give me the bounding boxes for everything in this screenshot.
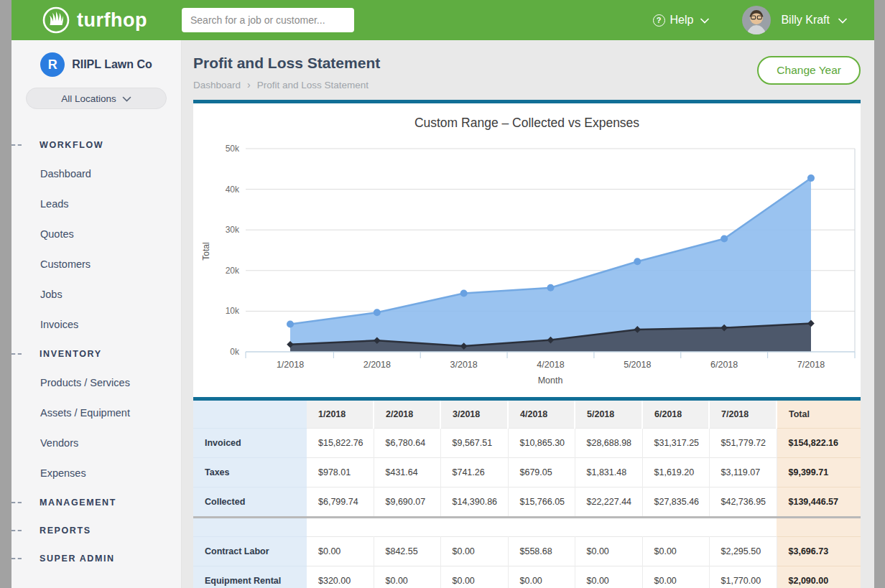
user-name: Billy Kraft <box>781 14 830 27</box>
value-cell: $431.64 <box>374 458 440 487</box>
chart-panel: Custom Range – Collected vs Expenses 0k1… <box>193 100 861 397</box>
value-cell <box>440 518 508 537</box>
data-point[interactable] <box>720 235 728 243</box>
x-tick-label: 4/2018 <box>537 360 564 370</box>
data-point[interactable] <box>807 174 815 182</box>
collected-area <box>290 178 811 352</box>
column-header: 7/2018 <box>709 401 777 429</box>
value-cell: $2,295.50 <box>709 537 777 566</box>
value-cell: $0.00 <box>575 566 642 588</box>
value-cell: $15,822.76 <box>307 429 374 458</box>
value-cell: $0.00 <box>374 566 440 588</box>
value-cell <box>709 518 777 537</box>
breadcrumb-dashboard[interactable]: Dashboard <box>193 80 241 90</box>
column-header: 6/2018 <box>642 401 709 429</box>
y-tick-label: 10k <box>226 306 240 316</box>
window-edge-right <box>874 0 885 588</box>
x-tick-label: 2/2018 <box>363 360 391 370</box>
user-menu[interactable]: Billy Kraft <box>742 6 874 34</box>
column-header: 2/2018 <box>374 401 440 429</box>
sidebar-section-reports[interactable]: REPORTS <box>11 516 181 544</box>
table-row: Invoiced$15,822.76$6,780.64$9,567.51$10,… <box>193 429 861 458</box>
value-cell: $558.68 <box>508 537 575 566</box>
value-cell <box>374 518 440 537</box>
value-cell: $741.26 <box>440 458 508 487</box>
sidebar-section-super-admin[interactable]: SUPER ADMIN <box>11 544 181 572</box>
main-content: Profit and Loss Statement Dashboard › Pr… <box>182 40 874 588</box>
data-point[interactable] <box>287 321 294 328</box>
app-body: R RIIPL Lawn Co All Locations WORKFLOWDa… <box>11 40 874 588</box>
page-title-block: Profit and Loss Statement Dashboard › Pr… <box>193 55 380 90</box>
row-label: Invoiced <box>193 429 307 458</box>
data-point[interactable] <box>634 258 641 265</box>
y-tick-label: 20k <box>226 266 240 276</box>
total-cell: $154,822.16 <box>777 429 861 458</box>
org-selector[interactable]: R RIIPL Lawn Co <box>11 52 181 77</box>
column-header: 4/2018 <box>508 401 575 429</box>
section-label: SUPER ADMIN <box>40 554 115 564</box>
section-dash-icon <box>11 144 22 146</box>
sidebar-nav: WORKFLOWDashboardLeadsQuotesCustomersJob… <box>11 131 181 572</box>
location-filter-label: All Locations <box>61 93 116 104</box>
chart-title: Custom Range – Collected vs Expenses <box>193 103 861 136</box>
sidebar-item-invoices[interactable]: Invoices <box>11 309 181 340</box>
sidebar-section-workflow[interactable]: WORKFLOW <box>11 131 181 159</box>
sidebar-item-vendors[interactable]: Vendors <box>11 428 181 458</box>
value-cell: $15,766.05 <box>508 487 575 518</box>
section-label: WORKFLOW <box>40 140 103 150</box>
section-label: REPORTS <box>40 526 91 536</box>
value-cell: $0.00 <box>508 566 575 588</box>
column-header: 5/2018 <box>575 401 642 429</box>
table-panel: 1/20182/20183/20184/20185/20186/20187/20… <box>193 397 861 588</box>
location-filter-dropdown[interactable]: All Locations <box>26 88 167 109</box>
sidebar-item-leads[interactable]: Leads <box>11 189 181 219</box>
total-cell: $3,696.73 <box>777 537 861 566</box>
data-point[interactable] <box>547 284 554 291</box>
data-point[interactable] <box>460 290 468 297</box>
row-label: Taxes <box>193 458 307 487</box>
total-cell: $9,399.71 <box>777 458 861 487</box>
change-year-button[interactable]: Change Year <box>757 56 861 85</box>
total-cell <box>777 518 861 537</box>
chevron-down-icon <box>838 14 847 27</box>
sidebar-section-management[interactable]: MANAGEMENT <box>11 488 181 516</box>
sidebar-item-customers[interactable]: Customers <box>11 249 181 279</box>
value-cell: $1,619.20 <box>642 458 709 487</box>
x-axis-title: Month <box>538 375 563 386</box>
value-cell: $9,567.51 <box>440 429 508 458</box>
sidebar-section-inventory[interactable]: INVENTORY <box>11 340 181 368</box>
table-row: Contract Labor$0.00$842.55$0.00$558.68$0… <box>193 537 861 566</box>
sidebar-item-expenses[interactable]: Expenses <box>11 458 181 488</box>
help-icon: ? <box>653 14 665 27</box>
value-cell: $3,119.07 <box>709 458 777 487</box>
window-edge-left <box>0 0 11 588</box>
section-dash-icon <box>11 530 22 531</box>
sidebar-item-jobs[interactable]: Jobs <box>11 279 181 309</box>
value-cell: $14,390.86 <box>440 487 508 518</box>
data-point[interactable] <box>374 309 381 316</box>
value-cell: $27,835.46 <box>642 487 709 518</box>
brand[interactable]: turfhop <box>11 6 182 34</box>
sidebar: R RIIPL Lawn Co All Locations WORKFLOWDa… <box>11 40 182 588</box>
y-tick-label: 30k <box>226 225 240 235</box>
section-dash-icon <box>11 353 22 355</box>
page-title: Profit and Loss Statement <box>193 55 380 72</box>
avatar <box>742 6 771 34</box>
value-cell: $0.00 <box>642 566 709 588</box>
sidebar-item-assets-equipment[interactable]: Assets / Equipment <box>11 398 181 428</box>
table-row: Equipment Rental$320.00$0.00$0.00$0.00$0… <box>193 566 861 588</box>
window-frame: turfhop ? Help <box>0 0 885 588</box>
sidebar-item-dashboard[interactable]: Dashboard <box>11 159 181 189</box>
value-cell: $679.05 <box>508 458 575 487</box>
row-label: Contract Labor <box>193 537 307 566</box>
sidebar-item-products-services[interactable]: Products / Services <box>11 368 181 398</box>
table-row <box>193 518 861 537</box>
help-menu[interactable]: ? Help <box>653 14 710 27</box>
org-name: RIIPL Lawn Co <box>72 58 152 71</box>
sidebar-item-quotes[interactable]: Quotes <box>11 219 181 249</box>
value-cell: $0.00 <box>440 566 508 588</box>
page-header: Profit and Loss Statement Dashboard › Pr… <box>193 55 861 90</box>
value-cell: $22,227.44 <box>575 487 642 518</box>
search-input[interactable] <box>182 8 354 32</box>
value-cell: $6,780.64 <box>374 429 440 458</box>
